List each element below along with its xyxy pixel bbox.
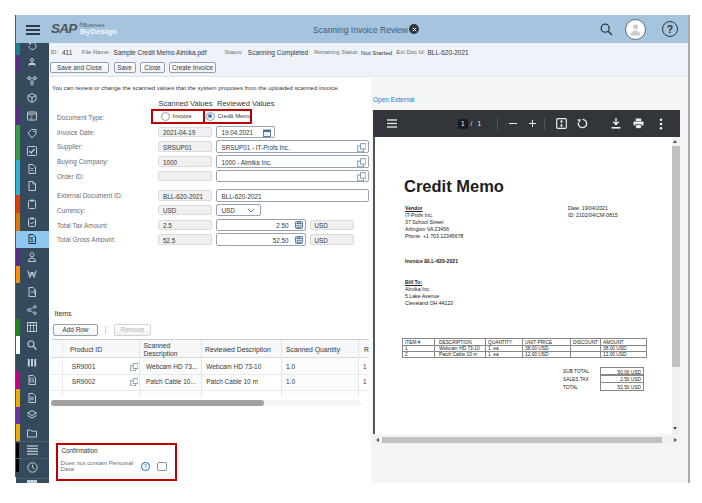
svg-text:2: 2 (30, 114, 33, 120)
svg-text:$: $ (30, 236, 34, 243)
